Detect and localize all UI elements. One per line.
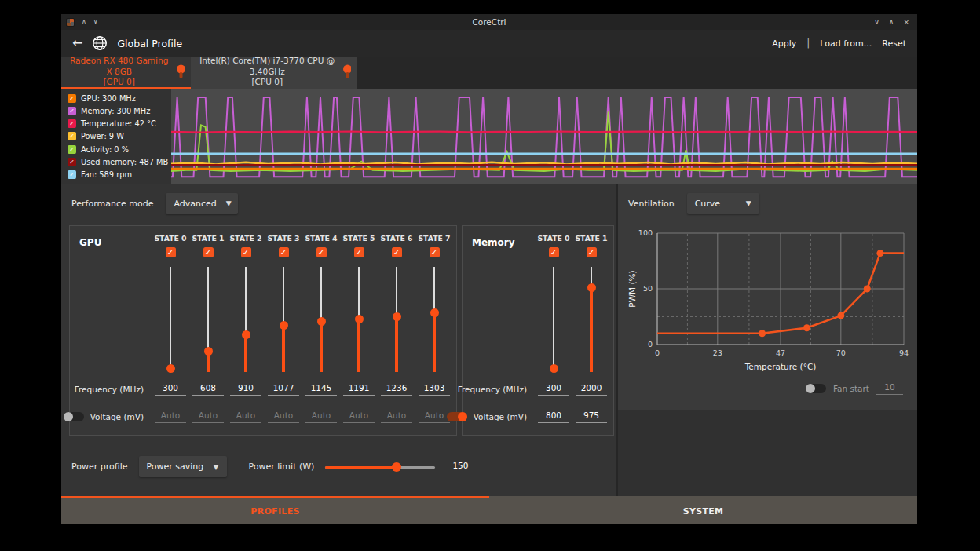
- legend-checkbox[interactable]: ✓: [68, 158, 76, 166]
- power-profile-select[interactable]: Power saving ▼: [139, 456, 227, 477]
- state-checkbox[interactable]: ✓: [430, 247, 440, 257]
- tab-profiles[interactable]: PROFILES: [61, 496, 489, 524]
- fan-curve-point[interactable]: [837, 312, 844, 319]
- frequency-input[interactable]: 1236: [381, 383, 412, 396]
- fan-curve-point[interactable]: [864, 286, 871, 293]
- frequency-input[interactable]: 608: [192, 383, 224, 396]
- slider-handle[interactable]: [166, 364, 175, 373]
- maximize-button[interactable]: ∧: [889, 18, 894, 26]
- power-limit-input[interactable]: 150: [446, 461, 474, 473]
- frequency-input[interactable]: 910: [230, 383, 261, 396]
- slider-handle[interactable]: [587, 283, 596, 292]
- frequency-slider[interactable]: [227, 262, 265, 377]
- legend-label: Temperature: 42 °C: [81, 119, 156, 128]
- frequency-slider[interactable]: [265, 262, 302, 377]
- frequency-input[interactable]: 300: [155, 383, 186, 396]
- voltage-input[interactable]: 975: [576, 411, 607, 423]
- close-button[interactable]: ×: [903, 18, 909, 26]
- voltage-input[interactable]: Auto: [155, 411, 186, 423]
- legend-label: Memory: 300 MHz: [81, 107, 150, 115]
- frequency-input[interactable]: 1077: [268, 383, 299, 396]
- frequency-slider[interactable]: [415, 262, 453, 377]
- fan-start-toggle[interactable]: [806, 384, 826, 393]
- frequency-input[interactable]: 1191: [343, 383, 375, 396]
- load-from-button[interactable]: Load from...: [820, 38, 872, 49]
- svg-text:0: 0: [648, 340, 653, 348]
- legend-checkbox[interactable]: ✓: [68, 145, 76, 154]
- frequency-input[interactable]: 300: [538, 383, 569, 396]
- window-title: CoreCtrl: [61, 17, 917, 27]
- voltage-input[interactable]: Auto: [305, 411, 337, 423]
- legend-checkbox[interactable]: ✓: [68, 119, 76, 128]
- power-limit-slider[interactable]: [325, 462, 435, 472]
- voltage-input[interactable]: Auto: [268, 411, 299, 423]
- slider-handle[interactable]: [393, 312, 401, 321]
- fan-curve-point[interactable]: [803, 324, 810, 331]
- slider-handle[interactable]: [280, 321, 288, 330]
- voltage-input[interactable]: Auto: [230, 411, 261, 423]
- frequency-slider[interactable]: [152, 262, 189, 377]
- state-checkbox[interactable]: ✓: [392, 247, 402, 257]
- performance-mode-value: Advanced: [174, 199, 216, 209]
- minimize-button[interactable]: ∨: [874, 18, 879, 26]
- state-header: STATE 4✓: [302, 229, 340, 262]
- fan-curve-point[interactable]: [876, 250, 883, 257]
- fan-curve-chart[interactable]: 023477094050100Temperature (°C)PWM (%): [626, 224, 913, 378]
- slider-handle[interactable]: [204, 347, 213, 356]
- legend-checkbox[interactable]: ✓: [68, 94, 76, 103]
- fan-start-input[interactable]: 10: [876, 382, 903, 395]
- frequency-slider[interactable]: [302, 262, 340, 377]
- slider-handle[interactable]: [430, 308, 439, 317]
- gpu-tab-id: [GPU 0]: [68, 77, 170, 88]
- monitoring-section: ✓GPU: 300 MHz✓Memory: 300 MHz✓Temperatur…: [61, 89, 917, 184]
- frequency-slider[interactable]: [189, 262, 227, 377]
- reset-button[interactable]: Reset: [882, 38, 906, 49]
- frequency-slider[interactable]: [340, 262, 378, 377]
- tab-system[interactable]: SYSTEM: [489, 496, 917, 524]
- voltage-input[interactable]: Auto: [419, 411, 450, 423]
- state-checkbox[interactable]: ✓: [587, 247, 597, 257]
- back-button[interactable]: ←: [72, 37, 82, 49]
- tab-gpu-device[interactable]: Radeon RX 480 Gaming X 8GB [GPU 0]: [61, 57, 191, 89]
- slider-handle[interactable]: [317, 317, 326, 326]
- frequency-input[interactable]: 1145: [305, 383, 337, 396]
- legend-checkbox[interactable]: ✓: [68, 132, 76, 140]
- slider-handle[interactable]: [550, 364, 558, 373]
- cpu-tab-id: [CPU 0]: [197, 77, 337, 88]
- state-header: STATE 3✓: [265, 229, 302, 262]
- state-checkbox[interactable]: ✓: [241, 247, 251, 257]
- pin-icon[interactable]: [176, 64, 185, 79]
- state-checkbox[interactable]: ✓: [166, 247, 176, 257]
- frequency-slider[interactable]: [572, 262, 610, 377]
- state-checkbox[interactable]: ✓: [354, 247, 364, 257]
- voltage-toggle[interactable]: [64, 412, 84, 421]
- frequency-slider[interactable]: [535, 262, 572, 377]
- voltage-input[interactable]: Auto: [343, 411, 375, 423]
- legend-label: Activity: 0 %: [81, 145, 129, 154]
- ventilation-mode-select[interactable]: Curve ▼: [687, 193, 759, 214]
- state-checkbox[interactable]: ✓: [203, 247, 214, 257]
- voltage-toggle[interactable]: [447, 412, 467, 421]
- voltage-input[interactable]: Auto: [192, 411, 224, 423]
- voltage-input[interactable]: Auto: [381, 411, 412, 423]
- state-checkbox[interactable]: ✓: [316, 247, 327, 257]
- tab-cpu-device[interactable]: Intel(R) Core(TM) i7-3770 CPU @ 3.40GHz …: [191, 57, 357, 89]
- performance-mode-select[interactable]: Advanced ▼: [166, 193, 238, 214]
- svg-text:PWM (%): PWM (%): [627, 270, 637, 307]
- frequency-slider[interactable]: [378, 262, 415, 377]
- legend-item: ✓Fan: 589 rpm: [68, 170, 166, 179]
- frequency-input[interactable]: 2000: [576, 383, 607, 396]
- pin-icon[interactable]: [342, 64, 351, 79]
- slider-handle[interactable]: [242, 330, 250, 339]
- state-checkbox[interactable]: ✓: [549, 247, 559, 257]
- legend-checkbox[interactable]: ✓: [68, 170, 76, 179]
- apply-button[interactable]: Apply: [772, 38, 796, 49]
- cpu-tab-name: Intel(R) Core(TM) i7-3770 CPU @ 3.40GHz: [197, 56, 337, 77]
- slider-handle[interactable]: [355, 315, 364, 323]
- frequency-input[interactable]: 1303: [419, 383, 450, 396]
- voltage-input[interactable]: 800: [538, 411, 569, 423]
- legend-checkbox[interactable]: ✓: [68, 107, 76, 115]
- state-header: STATE 0✓: [535, 229, 572, 262]
- fan-curve-point[interactable]: [759, 330, 766, 337]
- state-checkbox[interactable]: ✓: [279, 247, 289, 257]
